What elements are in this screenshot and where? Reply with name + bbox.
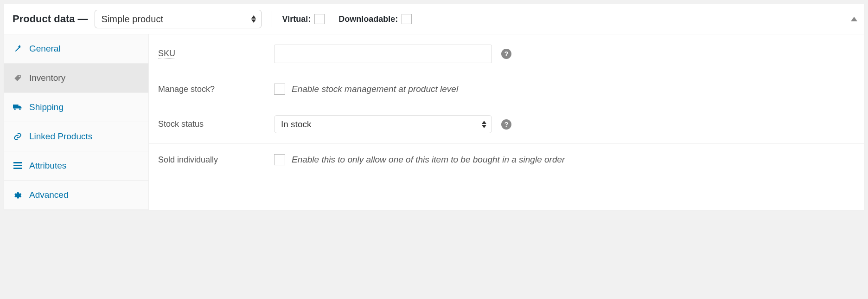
virtual-checkbox[interactable] [314, 14, 325, 24]
svg-marker-2 [851, 17, 857, 21]
tabs-sidebar: General Inventory Shipping Linked Produc… [4, 34, 149, 210]
wrench-icon [13, 45, 23, 53]
virtual-label-text: Virtual: [282, 14, 311, 24]
manage-stock-label: Manage stock? [158, 84, 274, 94]
virtual-checkbox-label[interactable]: Virtual: [282, 14, 325, 24]
sku-row: SKU ? [149, 34, 864, 73]
stock-status-select[interactable]: In stock [274, 115, 492, 133]
tab-label: Linked Products [29, 131, 92, 142]
sku-label: SKU [158, 49, 274, 59]
tab-label: General [29, 44, 61, 54]
truck-icon [13, 104, 23, 111]
manage-stock-checkbox[interactable] [274, 84, 285, 95]
sold-individually-row: Sold individually Enable this to only al… [149, 144, 864, 176]
tab-advanced[interactable]: Advanced [4, 181, 148, 210]
tab-label: Shipping [29, 102, 64, 112]
tab-linked-products[interactable]: Linked Products [4, 122, 148, 151]
inventory-content: SKU ? Manage stock? Enable stock managem… [149, 34, 864, 210]
help-icon[interactable]: ? [501, 49, 511, 59]
tab-shipping[interactable]: Shipping [4, 93, 148, 122]
svg-rect-5 [13, 168, 22, 169]
sold-individually-checkbox[interactable] [274, 154, 285, 165]
tab-label: Advanced [29, 190, 69, 200]
panel-title: Product data — [13, 13, 88, 25]
tab-inventory[interactable]: Inventory [4, 64, 148, 93]
tag-icon [13, 74, 23, 82]
downloadable-checkbox[interactable] [402, 14, 412, 24]
tab-label: Attributes [29, 161, 66, 171]
sold-individually-desc: Enable this to only allow one of this it… [292, 155, 565, 165]
svg-rect-4 [13, 165, 22, 166]
svg-rect-3 [13, 162, 22, 163]
tab-attributes[interactable]: Attributes [4, 151, 148, 181]
stock-status-label: Stock status [158, 119, 274, 129]
panel-body: General Inventory Shipping Linked Produc… [4, 34, 864, 210]
header-divider [272, 11, 272, 27]
product-data-panel: Product data — Simple product Virtual: D… [4, 4, 864, 210]
stock-status-select-wrap: In stock [274, 115, 492, 133]
sold-individually-control: Enable this to only allow one of this it… [274, 154, 565, 165]
stock-status-row: Stock status In stock ? [149, 105, 864, 144]
sold-individually-label: Sold individually [158, 155, 274, 165]
gear-icon [13, 191, 23, 199]
panel-header: Product data — Simple product Virtual: D… [4, 4, 864, 34]
link-icon [13, 132, 23, 141]
manage-stock-desc: Enable stock management at product level [292, 84, 458, 94]
manage-stock-control: Enable stock management at product level [274, 84, 458, 95]
product-type-select-wrap: Simple product [95, 10, 262, 28]
manage-stock-row: Manage stock? Enable stock management at… [149, 73, 864, 105]
list-icon [13, 162, 23, 169]
help-icon[interactable]: ? [501, 119, 511, 130]
tab-label: Inventory [29, 73, 65, 83]
tab-general[interactable]: General [4, 34, 148, 64]
collapse-toggle-icon[interactable] [851, 14, 857, 24]
sku-input[interactable] [274, 45, 492, 63]
downloadable-label-text: Downloadable: [338, 14, 398, 24]
product-type-select[interactable]: Simple product [95, 10, 262, 28]
downloadable-checkbox-label[interactable]: Downloadable: [338, 14, 412, 24]
